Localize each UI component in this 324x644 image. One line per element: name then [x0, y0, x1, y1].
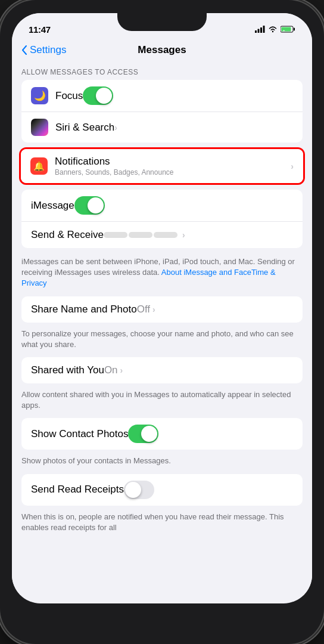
shared-with-you-chevron-icon: ›	[120, 366, 123, 375]
shared-with-you-value: On	[104, 364, 118, 376]
share-name-photo-chevron-icon: ›	[152, 305, 155, 314]
blur-dot-1	[104, 232, 127, 238]
notifications-chevron-icon: ›	[291, 162, 294, 171]
imessage-toggle-container	[74, 196, 105, 215]
svg-rect-3	[263, 26, 265, 33]
imessage-card: iMessage Send & Receive	[21, 190, 303, 248]
send-read-receipts-description: When this is on, people are notified whe…	[12, 508, 312, 540]
shared-with-you-label: Shared with You	[31, 364, 104, 376]
nav-bar: Settings Messages	[12, 39, 312, 58]
allow-access-card: 🌙 Focus Siri & Search ›	[21, 80, 303, 143]
send-receive-label: Send & Receive	[31, 229, 104, 241]
share-name-photo-row[interactable]: Share Name and Photo Off ›	[21, 296, 303, 323]
shared-with-you-right: On ›	[104, 364, 123, 376]
notifications-subtitle: Banners, Sounds, Badges, Announce	[55, 168, 291, 177]
status-time: 11:47	[29, 24, 51, 35]
show-contact-photos-description: Show photos of your contacts in Messages…	[12, 452, 312, 473]
content-scroll[interactable]: ALLOW MESSAGES TO ACCESS 🌙 Focus	[12, 58, 312, 595]
svg-rect-1	[258, 29, 260, 33]
svg-rect-2	[260, 27, 262, 33]
signal-icon	[255, 26, 265, 33]
focus-label: Focus	[55, 90, 83, 102]
notifications-right: ›	[291, 162, 294, 171]
siri-search-chevron-icon: ›	[114, 123, 117, 132]
svg-rect-6	[294, 28, 295, 31]
svg-rect-0	[255, 30, 257, 33]
back-button[interactable]: Settings	[21, 44, 66, 56]
send-receive-value	[104, 232, 177, 238]
wifi-icon	[268, 26, 278, 33]
focus-toggle-container	[83, 86, 113, 105]
show-contact-photos-toggle-thumb	[141, 426, 157, 442]
status-icons: +	[255, 26, 295, 33]
back-chevron-icon	[21, 45, 27, 55]
imessage-toggle-thumb	[88, 197, 104, 213]
shared-with-you-row[interactable]: Shared with You On ›	[21, 357, 303, 383]
notifications-label: Notifications	[55, 156, 291, 168]
notifications-text: Notifications Banners, Sounds, Badges, A…	[55, 156, 291, 177]
imessage-toggle[interactable]	[74, 196, 105, 215]
focus-toggle-thumb	[96, 88, 112, 104]
svg-point-4	[272, 31, 273, 32]
imessage-row[interactable]: iMessage	[21, 190, 303, 222]
send-read-receipts-toggle[interactable]	[124, 481, 154, 499]
phone-screen: 11:47	[12, 13, 312, 603]
notifications-row[interactable]: 🔔 Notifications Banners, Sounds, Badges,…	[21, 149, 303, 183]
notifications-card: 🔔 Notifications Banners, Sounds, Badges,…	[21, 149, 303, 183]
siri-icon	[31, 119, 48, 136]
send-receive-right: ›	[104, 230, 185, 240]
siri-search-row[interactable]: Siri & Search ›	[21, 112, 303, 143]
bell-icon: 🔔	[33, 161, 45, 172]
page-title: Messages	[138, 44, 186, 56]
focus-icon-bg: 🌙	[31, 87, 48, 104]
back-label: Settings	[30, 44, 66, 56]
moon-icon: 🌙	[34, 90, 46, 101]
send-read-receipts-right	[124, 481, 154, 499]
notifications-highlight: 🔔 Notifications Banners, Sounds, Badges,…	[19, 147, 305, 185]
send-read-receipts-toggle-thumb	[125, 482, 141, 498]
send-receive-chevron-icon: ›	[182, 230, 185, 240]
blur-dot-2	[129, 232, 152, 238]
blur-dot-3	[154, 232, 177, 238]
show-contact-photos-label: Show Contact Photos	[31, 428, 128, 440]
notch	[117, 13, 207, 31]
share-name-photo-value: Off	[137, 304, 150, 315]
svg-text:+: +	[283, 29, 285, 32]
share-name-photo-description: To personalize your messages, choose you…	[12, 325, 312, 357]
send-receive-row[interactable]: Send & Receive ›	[21, 222, 303, 248]
imessage-description: iMessages can be sent between iPhone, iP…	[12, 253, 312, 296]
battery-icon: +	[281, 26, 295, 33]
phone-frame: 11:47	[0, 0, 324, 644]
focus-toggle[interactable]	[83, 86, 113, 105]
send-read-receipts-label: Send Read Receipts	[31, 484, 124, 496]
send-read-receipts-card: Send Read Receipts	[21, 474, 303, 506]
show-contact-photos-card: Show Contact Photos	[21, 418, 303, 450]
share-name-photo-label: Share Name and Photo	[31, 304, 137, 315]
notifications-icon-bg: 🔔	[30, 157, 48, 175]
show-contact-photos-right	[128, 425, 158, 443]
siri-search-right: ›	[114, 123, 117, 132]
send-read-receipts-row[interactable]: Send Read Receipts	[21, 474, 303, 506]
share-name-photo-card: Share Name and Photo Off ›	[21, 296, 303, 323]
siri-search-label: Siri & Search	[55, 122, 114, 134]
shared-with-you-card: Shared with You On ›	[21, 357, 303, 383]
show-contact-photos-row[interactable]: Show Contact Photos	[21, 418, 303, 450]
section-label-allow: ALLOW MESSAGES TO ACCESS	[12, 58, 312, 80]
focus-row[interactable]: 🌙 Focus	[21, 80, 303, 112]
imessage-label: iMessage	[31, 200, 74, 212]
show-contact-photos-toggle[interactable]	[128, 425, 158, 443]
share-name-photo-right: Off ›	[137, 304, 155, 315]
shared-with-you-description: Allow content shared with you in Message…	[12, 386, 312, 418]
